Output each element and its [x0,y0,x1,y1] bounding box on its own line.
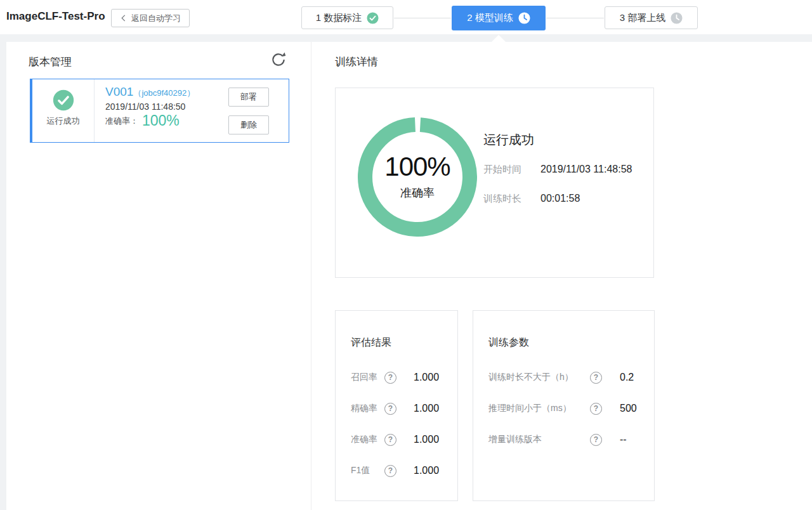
status-success-icon [53,89,74,111]
duration-value: 00:01:58 [540,193,580,204]
accuracy-donut-chart: 100% 准确率 [358,117,477,237]
check-circle-icon [367,12,379,24]
version-status-text: 运行成功 [47,115,80,127]
refresh-button[interactable] [270,51,287,69]
version-trained-at: 2019/11/03 11:48:50 [105,101,228,112]
training-status-text: 运行成功 [483,131,534,148]
donut-accuracy-value: 100% [384,154,450,180]
metric-value: 1.000 [414,434,439,445]
metric-row-recall: 召回率 1.000 [351,370,439,384]
version-status-column: 运行成功 [32,79,95,142]
param-row-max-duration: 训练时长不大于（h） 0.2 [488,370,634,384]
metric-row-precision: 精确率 1.000 [351,402,439,415]
step-tab-data-annotation[interactable]: 1 数据标注 [301,6,393,29]
step-label: 3 部署上线 [620,12,666,24]
training-detail-panel: 训练详情 100% 准确率 运行成功 开始时间 2019/11/03 11:48… [312,42,812,510]
start-time-label: 开始时间 [483,164,540,176]
param-label: 增量训练版本 [488,434,590,445]
deploy-button[interactable]: 部署 [228,88,269,107]
training-params-card: 训练参数 训练时长不大于（h） 0.2 推理时间小于（ms） 500 增量训练版… [473,310,655,501]
top-header: ImageCLF-Test-Pro 返回自动学习 1 数据标注 2 模型训练 3… [0,0,812,34]
version-accuracy-value: 100% [142,112,180,129]
metric-label: 精确率 [351,403,384,414]
clock-icon [671,12,683,24]
evaluation-results-card: 评估结果 召回率 1.000 精确率 1.000 准确率 1.000 F1值 1… [335,310,458,501]
back-button[interactable]: 返回自动学习 [111,9,190,27]
duration-label: 训练时长 [483,193,540,205]
metric-row-accuracy: 准确率 1.000 [351,433,439,447]
param-label: 推理时间小于（ms） [488,403,590,414]
donut-accuracy-caption: 准确率 [400,185,435,200]
step-label: 1 数据标注 [316,12,362,24]
version-card[interactable]: 运行成功 V001（jobc9f40292） 2019/11/03 11:48:… [30,79,289,143]
version-management-panel: 版本管理 运行成功 V001（jobc9f40292） 2019/11/03 1… [6,42,311,510]
metric-value: 1.000 [414,403,439,414]
step-connector [394,18,451,18]
training-summary-card: 100% 准确率 运行成功 开始时间 2019/11/03 11:48:58 训… [335,88,654,278]
help-icon[interactable] [590,434,602,446]
delete-button[interactable]: 删除 [228,115,269,134]
version-accuracy-label: 准确率： [105,115,138,127]
clock-icon [518,12,530,24]
start-time-row: 开始时间 2019/11/03 11:48:58 [483,164,632,176]
step-tab-model-training[interactable]: 2 模型训练 [452,6,546,30]
step-tab-deployment[interactable]: 3 部署上线 [605,6,698,29]
step-label: 2 模型训练 [467,12,513,24]
metric-label: 准确率 [351,434,384,445]
help-icon[interactable] [384,372,396,384]
help-icon[interactable] [590,403,602,415]
param-row-inference-time: 推理时间小于（ms） 500 [488,402,637,415]
metric-label: 召回率 [351,372,384,383]
param-label: 训练时长不大于（h） [488,372,590,383]
training-detail-title: 训练详情 [335,55,378,69]
refresh-icon [270,51,287,68]
start-time-value: 2019/11/03 11:48:58 [540,164,632,175]
version-actions: 部署 删除 [228,79,289,142]
param-row-incremental-version: 增量训练版本 -- [488,433,627,447]
help-icon[interactable] [590,372,602,384]
param-value: 0.2 [620,372,634,383]
main-content: 版本管理 运行成功 V001（jobc9f40292） 2019/11/03 1… [6,42,812,510]
help-icon[interactable] [384,465,396,477]
version-panel-title: 版本管理 [29,55,72,69]
metric-value: 1.000 [414,372,439,383]
back-button-label: 返回自动学习 [131,13,181,24]
version-info: V001（jobc9f40292） 2019/11/03 11:48:50 准确… [95,79,228,142]
param-value: 500 [620,403,637,414]
metric-value: 1.000 [414,465,439,476]
metric-label: F1值 [351,465,384,476]
version-name: V001 [105,85,133,98]
metric-row-f1: F1值 1.000 [351,464,439,478]
step-connector [546,18,604,18]
chevron-left-icon [120,15,127,22]
help-icon[interactable] [384,403,396,415]
project-title: ImageCLF-Test-Pro [6,10,105,23]
duration-row: 训练时长 00:01:58 [483,193,580,205]
param-value: -- [620,434,627,445]
help-icon[interactable] [384,434,396,446]
evaluation-title: 评估结果 [351,336,391,350]
version-job-id: （jobc9f40292） [133,88,195,98]
training-params-title: 训练参数 [488,336,529,350]
active-step-caret [492,35,506,42]
